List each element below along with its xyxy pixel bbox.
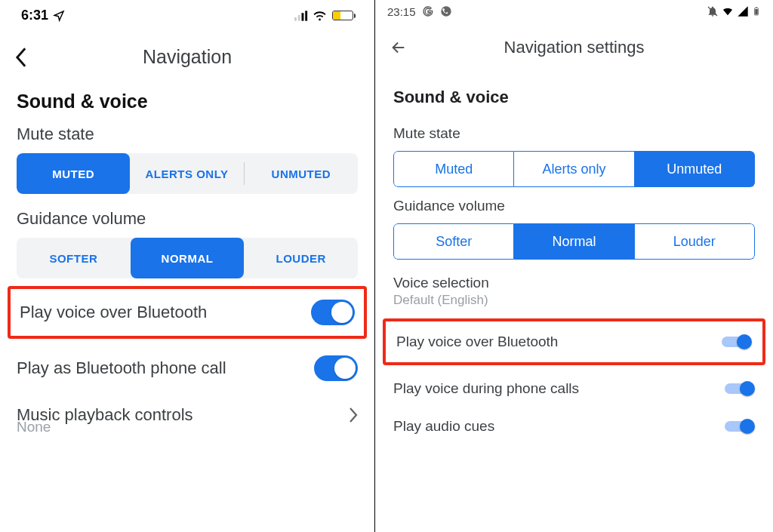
svg-rect-7 [756, 8, 757, 8]
mute-state-segmented-control: Muted Alerts only Unmuted [393, 151, 755, 187]
mute-option-muted[interactable]: Muted [393, 151, 514, 187]
row-play-voice-during-phone-calls[interactable]: Play voice during phone calls [375, 370, 773, 407]
guidance-option-softer[interactable]: Softer [393, 223, 514, 260]
row-play-as-bluetooth-phone-call[interactable]: Play as Bluetooth phone call [0, 343, 374, 393]
statusbar-left: 23:15 [387, 5, 452, 18]
statusbar-time: 23:15 [387, 5, 416, 18]
row-label: Play voice during phone calls [393, 380, 725, 397]
section-title: Sound & voice [375, 66, 773, 115]
row-label: Play as Bluetooth phone call [17, 358, 314, 378]
location-arrow-icon [53, 10, 65, 22]
android-statusbar: 23:15 [375, 0, 773, 20]
guidance-option-softer[interactable]: SOFTER [17, 238, 131, 278]
voice-selection-label: Voice selection [393, 275, 755, 291]
section-title: Sound & voice [0, 77, 374, 117]
row-play-voice-over-bluetooth[interactable]: Play voice over Bluetooth [386, 321, 762, 362]
row-play-voice-over-bluetooth[interactable]: Play voice over Bluetooth [11, 289, 364, 336]
phone-icon [440, 5, 452, 17]
cellular-signal-icon [737, 5, 749, 17]
phone-android: 23:15 Navigation settings Sound & voice … [375, 0, 773, 532]
guidance-volume-label: Guidance volume [375, 187, 773, 220]
row-play-audio-cues[interactable]: Play audio cues [375, 407, 773, 445]
statusbar-time: 6:31 [21, 8, 48, 23]
svg-rect-1 [298, 15, 300, 21]
row-label: Music playback controls [17, 405, 349, 425]
svg-point-4 [441, 6, 451, 16]
guidance-volume-segmented-control: SOFTER NORMAL LOUDER [17, 238, 358, 278]
statusbar-right [294, 11, 353, 21]
mute-option-muted[interactable]: MUTED [17, 153, 130, 194]
wifi-icon [313, 11, 328, 21]
google-g-icon [422, 5, 434, 17]
statusbar-left: 6:31 [21, 8, 65, 23]
svg-rect-0 [294, 17, 297, 20]
toggle-play-voice-during-phone-calls[interactable] [725, 381, 755, 396]
toggle-play-audio-cues[interactable] [725, 419, 755, 434]
battery-icon [752, 5, 761, 18]
page-title: Navigation [27, 46, 347, 68]
guidance-volume-segmented-control: Softer Normal Louder [393, 223, 755, 260]
notifications-off-icon [707, 5, 719, 17]
guidance-option-normal[interactable]: Normal [514, 223, 634, 260]
guidance-volume-label: Guidance volume [0, 201, 374, 235]
row-label: Play audio cues [393, 418, 725, 435]
mute-option-unmuted[interactable]: UNMUTED [245, 153, 358, 194]
highlight-box-play-bluetooth: Play voice over Bluetooth [383, 318, 765, 365]
ios-statusbar: 6:31 [0, 0, 374, 26]
guidance-option-louder[interactable]: LOUDER [244, 238, 358, 278]
mute-option-unmuted[interactable]: Unmuted [635, 151, 755, 187]
row-label: Play voice over Bluetooth [20, 303, 311, 322]
mute-option-alerts-only[interactable]: ALERTS ONLY [130, 153, 243, 194]
cellular-signal-icon [294, 11, 309, 21]
row-label: Play voice over Bluetooth [396, 334, 722, 350]
phone-ios: 6:31 Navigation Sound & voice Mute state… [0, 0, 375, 532]
toggle-play-voice-over-bluetooth[interactable] [311, 300, 355, 325]
highlight-box-play-bluetooth: Play voice over Bluetooth [8, 286, 367, 339]
row-music-playback-controls[interactable]: Music playback controls [0, 393, 374, 425]
navbar: Navigation [0, 26, 374, 77]
back-chevron-icon[interactable] [15, 48, 27, 67]
navbar: Navigation settings [375, 20, 773, 66]
statusbar-right [707, 5, 761, 18]
guidance-option-louder[interactable]: Louder [635, 223, 755, 260]
guidance-option-normal[interactable]: NORMAL [131, 238, 245, 278]
chevron-right-icon [349, 407, 358, 423]
battery-icon [332, 11, 353, 20]
toggle-play-voice-over-bluetooth[interactable] [722, 334, 752, 349]
svg-rect-3 [305, 11, 307, 20]
svg-rect-8 [755, 9, 758, 14]
page-title: Navigation settings [407, 38, 741, 57]
mute-state-label: Mute state [0, 117, 374, 150]
back-arrow-icon[interactable] [390, 39, 407, 56]
wifi-icon [722, 5, 734, 17]
mute-state-segmented-control: MUTED ALERTS ONLY UNMUTED [17, 153, 358, 194]
voice-selection-value: Default (English) [393, 293, 755, 308]
svg-rect-2 [302, 13, 304, 20]
mute-option-alerts-only[interactable]: Alerts only [514, 151, 634, 187]
toggle-play-as-bluetooth-phone-call[interactable] [314, 355, 358, 381]
row-voice-selection[interactable]: Voice selection Default (English) [375, 260, 773, 308]
mute-state-label: Mute state [375, 115, 773, 148]
